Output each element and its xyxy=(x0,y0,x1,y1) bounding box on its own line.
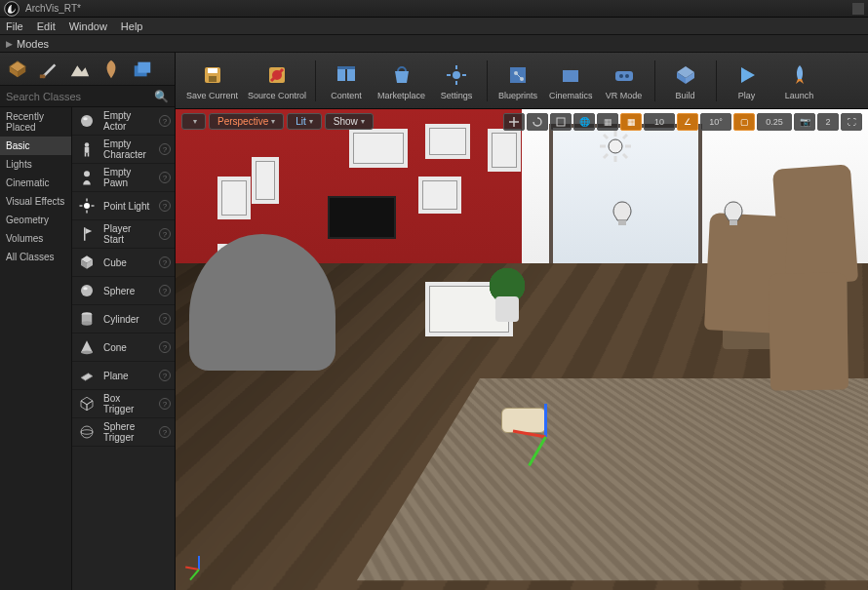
cinematics-icon xyxy=(557,61,584,89)
asset-empty-pawn[interactable]: Empty Pawn ? xyxy=(72,164,175,192)
show-dropdown[interactable]: Show▾ xyxy=(325,113,374,130)
lit-mode-dropdown[interactable]: Lit▾ xyxy=(287,113,322,130)
asset-sphere-trigger[interactable]: Sphere Trigger ? xyxy=(72,418,175,447)
foliage-mode-icon[interactable] xyxy=(99,58,123,81)
asset-sphere[interactable]: Sphere ? xyxy=(72,277,175,305)
surface-snap-button[interactable]: ▦ xyxy=(597,113,618,131)
asset-box-trigger[interactable]: Box Trigger ? xyxy=(72,390,175,418)
toolbar-vr-mode-button[interactable]: VR Mode xyxy=(600,56,649,106)
help-icon[interactable]: ? xyxy=(159,228,171,240)
category-basic[interactable]: Basic xyxy=(0,137,71,155)
viewport-options-button[interactable]: ▾ xyxy=(181,113,206,130)
viewport-maximize-button[interactable]: ⛶ xyxy=(841,113,862,131)
asset-empty-actor[interactable]: Empty Actor ? xyxy=(72,107,175,136)
category-geometry[interactable]: Geometry xyxy=(0,211,71,229)
boxtrigger-icon xyxy=(76,393,98,414)
asset-label: Plane xyxy=(103,371,153,381)
asset-cylinder[interactable]: Cylinder ? xyxy=(72,305,175,334)
help-icon[interactable]: ? xyxy=(159,143,171,155)
svg-rect-78 xyxy=(557,118,565,126)
help-icon[interactable]: ? xyxy=(159,172,171,183)
camera-speed-button[interactable]: 📷 xyxy=(794,113,815,131)
scale-snap-toggle[interactable]: ▢ xyxy=(733,113,755,131)
camera-speed-value[interactable]: 2 xyxy=(817,113,839,131)
paint-mode-icon[interactable] xyxy=(37,58,60,81)
toolbar-cinematics-button[interactable]: Cinematics xyxy=(546,56,596,106)
transform-gizmo[interactable] xyxy=(515,408,573,466)
svg-marker-34 xyxy=(87,401,93,411)
help-icon[interactable]: ? xyxy=(159,256,171,268)
category-cinematic[interactable]: Cinematic xyxy=(0,174,71,192)
toolbar-label: Build xyxy=(676,91,695,100)
help-icon[interactable]: ? xyxy=(159,398,171,410)
toolbar-label: Blueprints xyxy=(498,91,537,100)
gizmo-axis-x[interactable] xyxy=(513,429,546,438)
svg-rect-76 xyxy=(618,220,626,225)
transform-translate-button[interactable] xyxy=(503,113,525,131)
viewport-view-controls: ▾ Perspective▾ Lit▾ Show▾ xyxy=(181,113,374,130)
asset-plane[interactable]: Plane ? xyxy=(72,362,175,390)
menu-edit[interactable]: Edit xyxy=(37,20,56,32)
help-icon[interactable]: ? xyxy=(159,341,171,353)
toolbar-play-button[interactable]: Play xyxy=(723,56,771,106)
menu-file[interactable]: File xyxy=(6,20,23,32)
help-icon[interactable]: ? xyxy=(159,313,171,325)
angle-snap-value[interactable]: 10° xyxy=(700,113,731,131)
modes-label: Modes xyxy=(17,38,49,50)
toolbar-source-control-button[interactable]: Source Control xyxy=(245,56,309,106)
character-icon xyxy=(76,138,98,160)
svg-point-13 xyxy=(84,171,90,177)
toolbar-build-button[interactable]: Build xyxy=(661,56,710,106)
toolbar-content-button[interactable]: Content xyxy=(322,56,371,106)
gizmo-axis-z[interactable] xyxy=(544,404,547,437)
build-icon xyxy=(672,61,699,89)
help-icon[interactable]: ? xyxy=(159,285,171,296)
point-light-billboard-2-icon[interactable] xyxy=(716,196,751,231)
asset-cone[interactable]: Cone ? xyxy=(72,334,175,362)
modes-bar[interactable]: ▶ Modes xyxy=(0,35,868,53)
asset-player-start[interactable]: Player Start ? xyxy=(72,220,175,249)
scale-snap-value[interactable]: 0.25 xyxy=(757,113,792,131)
place-mode-icon[interactable] xyxy=(6,58,29,81)
viewport-axis-indicator xyxy=(183,555,213,584)
category-lights[interactable]: Lights xyxy=(0,155,71,174)
help-icon[interactable]: ? xyxy=(159,115,171,127)
level-viewport[interactable]: ▾ Perspective▾ Lit▾ Show▾ 🌐 ▦ ▦ 10 ∠ 10°… xyxy=(176,109,868,590)
toolbar-launch-button[interactable]: Launch xyxy=(775,56,824,106)
search-input[interactable] xyxy=(6,91,154,102)
help-icon[interactable]: ? xyxy=(159,370,171,381)
search-row: 🔍 xyxy=(0,86,175,107)
grid-snap-toggle[interactable]: ▦ xyxy=(620,113,642,131)
menu-help[interactable]: Help xyxy=(121,20,143,32)
coord-space-button[interactable]: 🌐 xyxy=(573,113,595,131)
skylight-icon[interactable] xyxy=(598,129,633,164)
category-all-classes[interactable]: All Classes xyxy=(0,248,71,266)
toolbar-save-current-button[interactable]: Save Current xyxy=(183,56,241,106)
category-visual-effects[interactable]: Visual Effects xyxy=(0,192,71,211)
landscape-mode-icon[interactable] xyxy=(68,58,92,81)
asset-point-light[interactable]: Point Light ? xyxy=(72,192,175,220)
gizmo-axis-y[interactable] xyxy=(528,436,547,466)
help-icon[interactable]: ? xyxy=(159,426,171,438)
grid-snap-value[interactable]: 10 xyxy=(644,113,675,131)
svg-point-28 xyxy=(82,321,93,326)
geometry-mode-icon[interactable] xyxy=(131,58,154,81)
angle-snap-toggle[interactable]: ∠ xyxy=(677,113,698,131)
toolbar-blueprints-button[interactable]: Blueprints xyxy=(493,56,542,106)
point-light-billboard-icon[interactable] xyxy=(605,196,640,231)
menu-window[interactable]: Window xyxy=(69,20,107,32)
transform-rotate-button[interactable] xyxy=(527,113,548,131)
toolbar-marketplace-button[interactable]: Marketplace xyxy=(375,56,428,106)
transform-scale-button[interactable] xyxy=(550,113,572,131)
perspective-dropdown[interactable]: Perspective▾ xyxy=(209,113,284,130)
help-icon[interactable]: ? xyxy=(159,200,171,212)
minimize-button[interactable] xyxy=(852,3,864,15)
search-icon[interactable]: 🔍 xyxy=(154,90,169,103)
asset-cube[interactable]: Cube ? xyxy=(72,249,175,277)
svg-point-60 xyxy=(619,74,623,78)
category-recently-placed[interactable]: Recently Placed xyxy=(0,107,71,137)
save-icon xyxy=(199,61,226,89)
asset-empty-character[interactable]: Empty Character ? xyxy=(72,136,175,164)
category-volumes[interactable]: Volumes xyxy=(0,229,71,248)
toolbar-settings-button[interactable]: Settings xyxy=(432,56,481,106)
